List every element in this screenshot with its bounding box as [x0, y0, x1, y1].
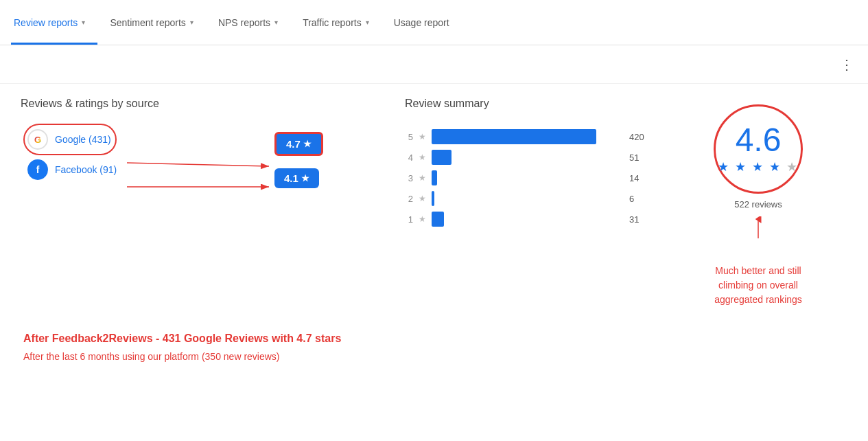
- score-arrow-svg: [751, 216, 765, 240]
- bar-star-1: ★: [419, 214, 426, 224]
- bar-fill-3: [432, 170, 437, 185]
- bar-star-2: ★: [419, 194, 426, 203]
- bar-label-4: 4: [405, 152, 413, 163]
- bar-row-5: 5 ★ 420: [405, 129, 679, 144]
- sources-list: G Google (431) f Facebook (91): [27, 129, 405, 180]
- nav-traffic-chevron: ▾: [366, 19, 369, 26]
- right-panel: Review summary 5 ★ 420 4 ★ 51 3 ★ 14: [405, 98, 847, 364]
- nav-nps-reports[interactable]: NPS reports ▾: [206, 0, 290, 45]
- annotation-sub: After the last 6 months using our platfo…: [23, 350, 405, 364]
- left-section-title: Reviews & ratings by source: [21, 98, 405, 110]
- bar-fill-2: [432, 191, 434, 206]
- nav-sentiment-reports[interactable]: Sentiment reports ▾: [97, 0, 206, 45]
- nav-sentiment-reports-label: Sentiment reports: [110, 17, 186, 28]
- toolbar: ⋮: [0, 45, 868, 84]
- nav-usage-report-label: Usage report: [394, 17, 449, 28]
- bar-row-2: 2 ★ 6: [405, 191, 679, 206]
- bar-track-1: [432, 212, 624, 227]
- bar-label-3: 3: [405, 173, 413, 183]
- bar-label-2: 2: [405, 194, 413, 204]
- nav-nps-chevron: ▾: [274, 19, 278, 26]
- facebook-rating-star: ★: [301, 173, 309, 183]
- google-rating-star: ★: [303, 139, 312, 149]
- review-summary: Review summary 5 ★ 420 4 ★ 51 3 ★ 14: [405, 98, 679, 364]
- star-2: ★: [735, 160, 747, 174]
- review-summary-title: Review summary: [405, 98, 679, 110]
- bar-track-2: [432, 191, 624, 206]
- bar-label-5: 5: [405, 132, 413, 142]
- overall-score-panel: 4.6 ★ ★ ★ ★ ★ 522 reviews: [707, 104, 810, 364]
- bar-label-1: 1: [405, 214, 413, 225]
- nav-review-reports[interactable]: Review reports ▾: [11, 0, 97, 45]
- bar-row-4: 4 ★ 51: [405, 150, 679, 165]
- ratings-column: 4.7 ★ 4.1 ★: [274, 132, 323, 198]
- star-3: ★: [752, 160, 764, 174]
- bar-fill-4: [432, 150, 451, 165]
- left-panel: Reviews & ratings by source G Google (43…: [21, 98, 405, 364]
- navigation-bar: Review reports ▾ Sentiment reports ▾ NPS…: [0, 0, 868, 45]
- bar-row-3: 3 ★ 14: [405, 170, 679, 185]
- score-stars: ★ ★ ★ ★ ★: [718, 159, 799, 174]
- nav-sentiment-chevron: ▾: [190, 19, 193, 26]
- nav-nps-reports-label: NPS reports: [218, 17, 270, 28]
- main-content: Reviews & ratings by source G Google (43…: [0, 84, 868, 378]
- annotation-main: After Feedback2Reviews - 431 Google Revi…: [23, 331, 405, 346]
- nav-traffic-reports-label: Traffic reports: [303, 17, 362, 28]
- bar-count-4: 51: [629, 152, 650, 163]
- score-reviews: 522 reviews: [734, 199, 782, 210]
- star-5: ★: [786, 160, 799, 174]
- nav-review-reports-chevron: ▾: [82, 19, 85, 26]
- annotation-area: After Feedback2Reviews - 431 Google Revi…: [21, 331, 405, 364]
- star-4: ★: [769, 160, 782, 174]
- bar-count-5: 420: [629, 132, 650, 142]
- facebook-rating-badge: 4.1 ★: [274, 168, 319, 188]
- facebook-source-item[interactable]: f Facebook (91): [27, 159, 405, 180]
- bar-fill-5: [432, 129, 596, 144]
- bar-count-2: 6: [629, 194, 650, 204]
- bar-star-5: ★: [419, 132, 426, 142]
- google-oval-highlight: [23, 124, 117, 155]
- google-rating-value: 4.7: [286, 138, 301, 150]
- nav-traffic-reports[interactable]: Traffic reports ▾: [290, 0, 382, 45]
- score-number: 4.6: [736, 124, 782, 157]
- bar-track-4: [432, 150, 624, 165]
- star-1: ★: [718, 160, 730, 174]
- bar-track-3: [432, 170, 624, 185]
- nav-review-reports-label: Review reports: [14, 17, 78, 28]
- nav-usage-report[interactable]: Usage report: [382, 0, 462, 45]
- google-source-item[interactable]: G Google (431): [27, 129, 405, 150]
- more-menu-button[interactable]: ⋮: [840, 56, 854, 73]
- score-circle: 4.6 ★ ★ ★ ★ ★: [714, 104, 803, 194]
- bar-track-5: [432, 129, 624, 144]
- circle-annotation: Much better and still climbing on overal…: [707, 264, 810, 307]
- facebook-source-label: Facebook (91): [55, 164, 117, 175]
- facebook-icon: f: [27, 159, 48, 180]
- bar-star-3: ★: [419, 173, 426, 183]
- facebook-rating-value: 4.1: [284, 172, 298, 184]
- bar-star-4: ★: [419, 152, 426, 162]
- bar-row-1: 1 ★ 31: [405, 212, 679, 227]
- bar-count-1: 31: [629, 214, 650, 225]
- bar-chart: 5 ★ 420 4 ★ 51 3 ★ 14 2 ★ 6: [405, 129, 679, 227]
- google-rating-badge: 4.7 ★: [274, 132, 323, 156]
- bar-fill-1: [432, 212, 444, 227]
- bar-count-3: 14: [629, 173, 650, 183]
